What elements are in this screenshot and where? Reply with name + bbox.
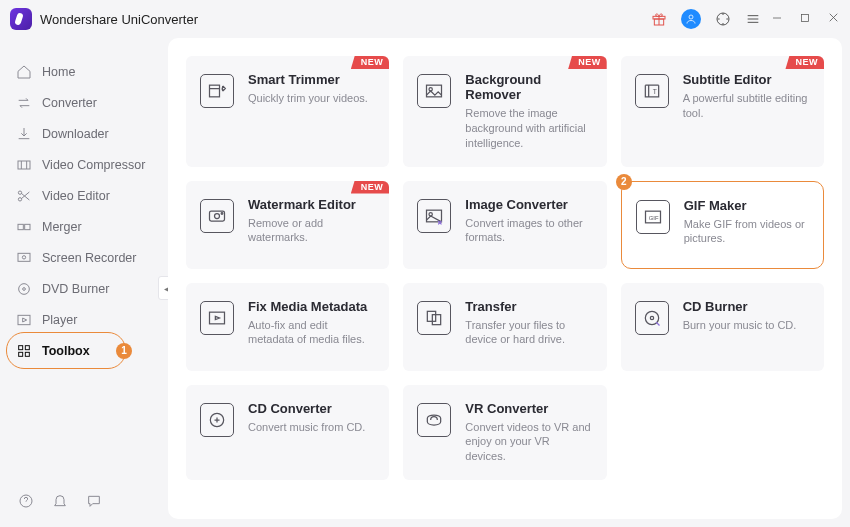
sidebar-item-label: DVD Burner [42,282,109,296]
tool-icon [417,74,451,108]
tool-icon [200,199,234,233]
tool-description: Convert images to other formats. [465,216,592,246]
main-content: NEWSmart TrimmerQuickly trim your videos… [168,38,842,519]
tool-description: Remove the image background with artific… [465,106,592,151]
tool-icon [417,301,451,335]
tool-icon: T [635,74,669,108]
new-badge: NEW [785,56,824,69]
sidebar-item-label: Video Editor [42,189,110,203]
screen-recorder-icon [16,250,32,266]
tool-description: Remove or add watermarks. [248,216,375,246]
gift-icon[interactable] [651,11,667,27]
tool-card-smart-trimmer[interactable]: NEWSmart TrimmerQuickly trim your videos… [186,56,389,167]
app-logo-icon [10,8,32,30]
sidebar-item-home[interactable]: Home [0,56,168,87]
svg-point-35 [650,316,653,319]
converter-icon [16,95,32,111]
svg-point-2 [689,15,693,19]
sidebar-item-dvd-burner[interactable]: DVD Burner [0,273,168,304]
tool-title: CD Burner [683,299,797,314]
sidebar-item-label: Merger [42,220,82,234]
tool-card-background-remover[interactable]: NEWBackground RemoverRemove the image ba… [403,56,606,167]
svg-text:GIF: GIF [648,214,658,220]
svg-text:T: T [652,88,656,95]
toolbox-icon [16,343,32,359]
svg-rect-33 [433,314,441,324]
compressor-icon [16,157,32,173]
merger-icon [16,219,32,235]
svg-rect-14 [18,315,30,324]
home-icon [16,64,32,80]
svg-rect-15 [19,345,23,349]
help-icon[interactable] [18,493,34,513]
sidebar-item-label: Converter [42,96,97,110]
sidebar-item-toolbox[interactable]: Toolbox [0,335,168,366]
sidebar-item-label: Player [42,313,77,327]
tool-icon [417,199,451,233]
svg-rect-17 [19,352,23,356]
notification-icon[interactable] [52,493,68,513]
sidebar-item-downloader[interactable]: Downloader [0,118,168,149]
menu-icon[interactable] [745,11,761,27]
sidebar-item-label: Toolbox [42,344,90,358]
sidebar-item-merger[interactable]: Merger [0,211,168,242]
tool-description: Auto-fix and edit metadata of media file… [248,318,375,348]
svg-rect-32 [428,311,436,321]
tool-card-watermark-editor[interactable]: NEWWatermark EditorRemove or add waterma… [186,181,389,269]
svg-point-13 [23,287,26,290]
annotation-marker-2: 2 [616,174,632,190]
sidebar-item-screen-recorder[interactable]: Screen Recorder [0,242,168,273]
tool-card-image-converter[interactable]: Image ConverterConvert images to other f… [403,181,606,269]
svg-rect-5 [18,161,30,169]
tool-card-subtitle-editor[interactable]: NEWTSubtitle EditorA powerful subtitle e… [621,56,824,167]
tool-description: Convert videos to VR and enjoy on your V… [465,420,592,465]
tool-card-fix-media-metadata[interactable]: Fix Media MetadataAuto-fix and edit meta… [186,283,389,371]
sidebar: Home Converter Downloader Video Compress… [0,38,168,527]
new-badge: NEW [568,56,607,69]
tool-title: Smart Trimmer [248,72,368,87]
svg-point-11 [22,255,25,258]
support-icon[interactable] [715,11,731,27]
tool-card-vr-converter[interactable]: VR ConverterConvert videos to VR and enj… [403,385,606,481]
tool-card-transfer[interactable]: TransferTransfer your files to device or… [403,283,606,371]
sidebar-item-converter[interactable]: Converter [0,87,168,118]
svg-rect-16 [25,345,29,349]
sidebar-item-label: Screen Recorder [42,251,137,265]
titlebar: Wondershare UniConverter [0,0,850,38]
tool-description: Convert music from CD. [248,420,365,435]
tool-description: Quickly trim your videos. [248,91,368,106]
tool-card-gif-maker[interactable]: 2GIFGIF MakerMake GIF from videos or pic… [621,181,824,269]
tool-title: Subtitle Editor [683,72,810,87]
window-minimize-button[interactable] [771,10,783,28]
sidebar-item-player[interactable]: Player [0,304,168,335]
tool-title: Image Converter [465,197,592,212]
window-maximize-button[interactable] [799,10,811,28]
tool-title: CD Converter [248,401,365,416]
tool-card-cd-converter[interactable]: CD ConverterConvert music from CD. [186,385,389,481]
window-close-button[interactable] [827,10,840,28]
tool-card-cd-burner[interactable]: CD BurnerBurn your music to CD. [621,283,824,371]
tool-title: Fix Media Metadata [248,299,375,314]
tool-title: Transfer [465,299,592,314]
svg-rect-20 [210,85,220,97]
svg-rect-31 [210,312,225,324]
app-title: Wondershare UniConverter [40,12,198,27]
svg-rect-9 [25,224,30,229]
player-icon [16,312,32,328]
tool-description: A powerful subtitle editing tool. [683,91,810,121]
tool-icon: GIF [636,200,670,234]
svg-point-25 [215,213,220,218]
user-account-icon[interactable] [681,9,701,29]
tool-icon [635,301,669,335]
sidebar-item-label: Downloader [42,127,109,141]
tool-title: Watermark Editor [248,197,375,212]
tool-icon [200,74,234,108]
tool-title: VR Converter [465,401,592,416]
sidebar-item-video-compressor[interactable]: Video Compressor [0,149,168,180]
sidebar-item-label: Home [42,65,75,79]
tool-description: Make GIF from videos or pictures. [684,217,809,247]
tool-description: Transfer your files to device or hard dr… [465,318,592,348]
sidebar-item-video-editor[interactable]: Video Editor [0,180,168,211]
new-badge: NEW [351,56,390,69]
feedback-icon[interactable] [86,493,102,513]
